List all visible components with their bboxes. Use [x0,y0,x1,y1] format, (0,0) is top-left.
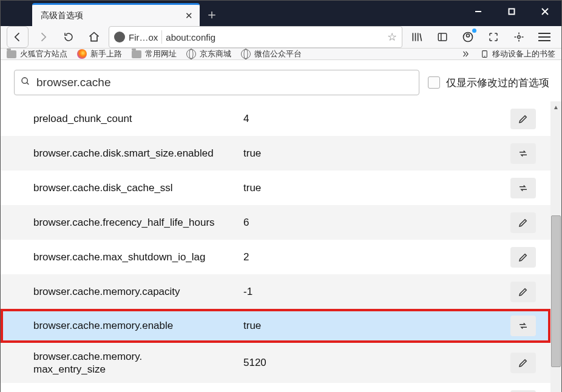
pref-row[interactable]: browser.cache.disk_cache_ssltrue [1,171,550,205]
bookmarks-toolbar: 火狐官方站点 新手上路 常用网址 京东商城 微信公众平台 移动设备上的书签 [1,49,561,60]
scroll-thumb[interactable] [551,215,561,367]
urlbar-separator [161,30,162,44]
sidebar-button[interactable] [432,26,453,48]
bookmark-label: 常用网址 [145,49,177,59]
toggle-button[interactable] [510,143,536,164]
pref-value: -1 [243,286,506,298]
pref-row[interactable]: browser.cache.memory.max_entry_size5120 [1,343,550,383]
library-button[interactable] [406,26,428,48]
svg-point-11 [467,34,470,37]
titlebar: 高级首选项 ✕ ＋ [1,1,561,26]
modified-only-label: 仅显示修改过的首选项 [446,76,549,90]
svg-point-19 [22,78,27,83]
reload-button[interactable] [58,26,80,48]
svg-rect-1 [509,9,514,15]
bookmark-label: 京东商城 [200,49,231,59]
pref-name: browser.cache.memory.capacity [33,285,243,298]
bookmark-item[interactable]: 微信公众平台 [241,49,302,59]
svg-line-20 [27,83,29,84]
scrollbar-vertical[interactable]: ▲ ▼ [550,101,561,392]
bookmark-label: 新手上路 [90,49,122,59]
pref-value: true [243,147,506,160]
screenshot-button[interactable] [482,26,504,48]
pref-search-box[interactable]: browser.cache [14,70,419,95]
bookmark-label: 微信公众平台 [254,49,302,59]
scroll-up-button[interactable]: ▲ [550,101,561,112]
prefs-scroll-wrap: preload_chunk_count4browser.cache.disk.s… [1,101,561,392]
identity-icon[interactable] [114,32,125,42]
mobile-bookmarks[interactable]: 移动设备上的书签 [481,49,555,59]
extension-button[interactable] [508,26,530,48]
toggle-button[interactable] [510,178,536,198]
nav-toolbar: Fir…ox about:config ☆ [1,26,561,49]
pref-value: 2 [243,251,506,263]
svg-rect-8 [438,33,447,41]
bookmark-label: 移动设备上的书签 [492,49,555,59]
back-button[interactable] [7,26,29,48]
pref-name: browser.cache.frecency_half_life_hours [33,216,243,229]
forward-button [32,26,54,48]
pref-name: browser.cache.memory.max_entry_size [33,350,243,376]
pref-name: preload_chunk_count [33,112,243,125]
globe-icon [241,49,251,59]
search-icon [21,76,30,89]
svg-point-12 [518,36,521,39]
pref-row[interactable]: browser.cache.memory.enabletrue [1,309,550,343]
edit-button[interactable] [510,353,536,373]
titlebar-drag-area[interactable] [1,1,32,26]
bookmark-item[interactable]: 常用网址 [132,49,177,59]
toggle-button[interactable] [510,316,536,336]
checkbox-icon[interactable] [428,76,440,89]
bookmark-item[interactable]: 京东商城 [186,49,231,59]
identity-label: Fir…ox [129,32,158,42]
prefs-list: preload_chunk_count4browser.cache.disk.s… [1,101,550,392]
url-bar[interactable]: Fir…ox about:config ☆ [109,26,402,48]
bookmark-item[interactable]: 火狐官方站点 [7,49,67,59]
app-menu-button[interactable] [533,26,555,48]
maximize-button[interactable] [495,1,528,22]
bookmark-label: 火狐官方站点 [20,49,67,59]
url-text[interactable]: about:config [166,32,384,42]
home-button[interactable] [83,26,105,48]
search-row: browser.cache 仅显示修改过的首选项 [1,60,561,101]
pref-row[interactable]: browser.cache.offline.capacity512000 [1,383,550,393]
edit-button[interactable] [510,390,536,393]
window-controls [461,1,561,22]
bookmark-star-icon[interactable]: ☆ [387,30,397,44]
search-value: browser.cache [36,76,111,89]
globe-icon [186,49,196,59]
pref-value: true [243,182,506,194]
bookmarks-overflow-button[interactable] [460,50,471,58]
tab-title: 高级首选项 [41,10,184,21]
svg-line-7 [420,33,422,41]
pref-name: browser.cache.disk.smart_size.enabled [33,147,243,160]
folder-icon [7,50,16,58]
edit-button[interactable] [510,247,536,268]
edit-button[interactable] [510,282,536,302]
pref-name: browser.cache.max_shutdown_io_lag [33,251,243,263]
folder-icon [132,50,141,58]
new-tab-button[interactable]: ＋ [200,3,224,26]
pref-value: 6 [243,217,506,229]
content-area: browser.cache 仅显示修改过的首选项 preload_chunk_c… [1,60,561,392]
minimize-button[interactable] [461,1,495,22]
account-button[interactable] [457,26,479,48]
pref-name: browser.cache.disk_cache_ssl [33,181,243,194]
browser-window: 高级首选项 ✕ ＋ Fir…ox about:config ☆ 火狐官方站点 新 [0,0,562,392]
firefox-icon [77,49,87,59]
tab-close-icon[interactable]: ✕ [184,11,194,21]
pref-row[interactable]: browser.cache.frecency_half_life_hours6 [1,205,550,240]
close-window-button[interactable] [528,1,561,22]
pref-value: true [243,320,506,332]
modified-only-toggle[interactable]: 仅显示修改过的首选项 [428,76,549,90]
edit-button[interactable] [510,212,536,233]
tab-active[interactable]: 高级首选项 ✕ [32,3,200,26]
pref-row[interactable]: preload_chunk_count4 [1,101,550,136]
pref-value: 5120 [243,357,506,369]
bookmark-item[interactable]: 新手上路 [77,49,122,59]
edit-button[interactable] [510,109,536,129]
pref-value: 4 [243,113,506,125]
pref-row[interactable]: browser.cache.disk.smart_size.enabledtru… [1,136,550,171]
pref-row[interactable]: browser.cache.memory.capacity-1 [1,274,550,309]
pref-row[interactable]: browser.cache.max_shutdown_io_lag2 [1,240,550,274]
